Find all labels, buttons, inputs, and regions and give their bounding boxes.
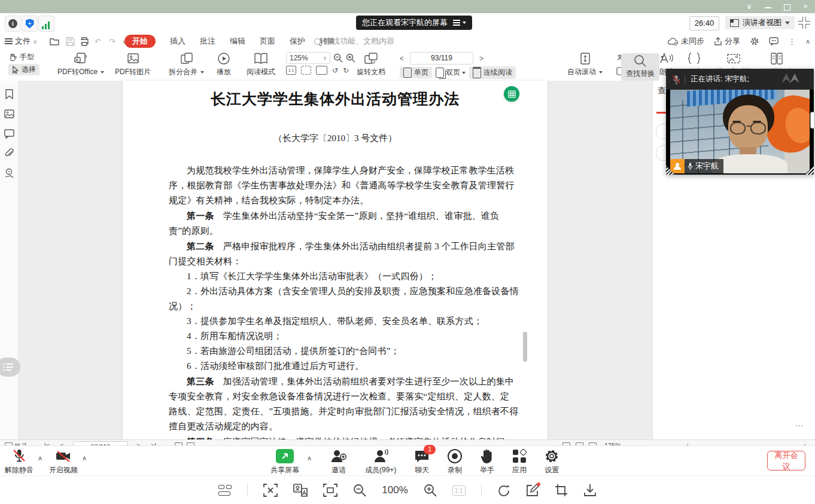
thumbnail-grid-icon[interactable] bbox=[218, 485, 232, 496]
fit-width-icon[interactable] bbox=[301, 66, 311, 75]
rotate-left-icon[interactable]: ↺ bbox=[332, 66, 338, 75]
fullscreen-icon[interactable] bbox=[323, 484, 337, 497]
read-mode-button[interactable]: 阅读模式 bbox=[247, 52, 275, 77]
start-video-button[interactable]: 开启视频 bbox=[49, 448, 78, 475]
maximize-icon[interactable] bbox=[784, 4, 790, 11]
sync-status[interactable]: 未同步 bbox=[668, 36, 704, 47]
auto-scroll-button[interactable]: 自动滚动 bbox=[567, 52, 603, 77]
unmute-button[interactable]: 解除静音 bbox=[5, 448, 34, 475]
pdf-to-image-button[interactable]: PDF转图片 bbox=[115, 52, 151, 77]
zoom-out-icon[interactable] bbox=[333, 53, 343, 63]
zoom-in-icon[interactable] bbox=[424, 484, 437, 497]
tab-编辑[interactable]: 编辑 bbox=[230, 36, 245, 47]
table-assistant-fab[interactable] bbox=[504, 86, 519, 102]
continuous-button[interactable]: 连续阅读 bbox=[469, 66, 516, 79]
split-merge-button[interactable]: 拆分合并 bbox=[169, 52, 204, 77]
hand-tool[interactable]: 手型 bbox=[8, 52, 34, 62]
comment-button[interactable] bbox=[769, 37, 778, 45]
close-icon[interactable]: × bbox=[799, 2, 811, 11]
prev-page-icon[interactable]: < bbox=[400, 54, 404, 63]
settings-button[interactable]: 设置 bbox=[545, 448, 559, 475]
document-line: 门提交相关材料： bbox=[169, 254, 501, 269]
menu-icon bbox=[5, 41, 13, 42]
network-stats-button[interactable] bbox=[38, 16, 54, 32]
download-icon[interactable] bbox=[583, 484, 597, 497]
rotate-icon[interactable] bbox=[497, 484, 510, 497]
panel-more-dots[interactable]: ⋯ bbox=[795, 420, 805, 431]
fit-page-icon[interactable] bbox=[316, 66, 327, 75]
security-button[interactable] bbox=[22, 16, 38, 32]
watching-banner[interactable]: 您正在观看宋宇航的屏幕 bbox=[356, 16, 472, 30]
share-button[interactable]: 分享 bbox=[714, 36, 740, 47]
pdf-page[interactable]: 长江大学学生集体外出活动管理办法 （长大学字〔2010〕3 号文件） 为规范我校… bbox=[123, 81, 548, 439]
more-menu-icon[interactable]: ⋮ bbox=[788, 37, 796, 46]
play-button[interactable]: 播放 bbox=[217, 52, 231, 77]
image-icon[interactable] bbox=[4, 109, 14, 119]
toc-float-button[interactable] bbox=[0, 358, 20, 377]
zoom-in-icon[interactable] bbox=[346, 53, 355, 63]
file-menu[interactable]: 文件 ∨ bbox=[5, 33, 37, 50]
tab-页面[interactable]: 页面 bbox=[260, 36, 275, 47]
pdf-to-office-button[interactable]: PDF转Office bbox=[57, 52, 104, 77]
settings-button[interactable] bbox=[750, 36, 759, 46]
actual-size-icon[interactable]: 1:1 bbox=[286, 66, 296, 75]
minimize-icon[interactable] bbox=[765, 7, 771, 8]
raise-hand-button[interactable]: 举手 bbox=[480, 448, 494, 475]
share-options-chevron[interactable]: ∧ bbox=[306, 448, 312, 475]
document-line: 序，根据教育部《学生伤害事故处理办法》和《普通高等学校学生安全教育及管理暂行 bbox=[169, 178, 501, 193]
collapse-ribbon-icon[interactable]: ∧ bbox=[805, 38, 810, 45]
invite-button[interactable]: 邀请 bbox=[330, 448, 347, 475]
members-button[interactable]: 成员(99+) bbox=[365, 448, 396, 475]
crop-icon[interactable] bbox=[555, 484, 568, 497]
attachment-icon[interactable] bbox=[4, 148, 14, 158]
chat-button[interactable]: 1 聊天 bbox=[414, 448, 430, 475]
double-page-button[interactable]: 双页 bbox=[436, 68, 466, 78]
record-button[interactable]: 录制 bbox=[448, 448, 462, 475]
speaker-video-panel[interactable]: 正在讲话: 宋宇航; bbox=[666, 69, 814, 175]
fullscreen-toggle-icon[interactable] bbox=[798, 17, 810, 29]
zoom-select[interactable]: 125%∨ bbox=[286, 52, 330, 64]
open-button[interactable] bbox=[49, 33, 60, 50]
banner-menu-icon[interactable] bbox=[453, 22, 460, 23]
book-icon bbox=[253, 52, 269, 65]
rotate-right-icon[interactable]: ↻ bbox=[343, 66, 349, 75]
panel-collapse-handle[interactable] bbox=[810, 112, 815, 129]
single-page-button[interactable]: 单页 bbox=[400, 67, 432, 78]
tab-保护[interactable]: 保护 bbox=[290, 36, 305, 47]
translate-icon[interactable] bbox=[293, 484, 308, 497]
v-scrollbar-thumb[interactable] bbox=[523, 332, 527, 362]
search-functions[interactable]: 查找功能、文档内容 bbox=[314, 33, 394, 50]
stamp-icon[interactable] bbox=[4, 168, 14, 178]
info-button[interactable]: i bbox=[5, 16, 21, 32]
edit-button[interactable] bbox=[526, 484, 539, 497]
view-mode-select[interactable]: 演讲者视图 bbox=[725, 16, 795, 29]
zoom-out-icon[interactable] bbox=[353, 484, 366, 497]
tab-插入[interactable]: 插入 bbox=[170, 36, 185, 47]
tab-开始[interactable]: 开始 bbox=[124, 35, 156, 48]
mic-muted-icon bbox=[11, 448, 27, 464]
bookmark-icon[interactable] bbox=[4, 89, 14, 99]
comment-icon[interactable] bbox=[4, 129, 14, 139]
double-page-label: 双页 bbox=[446, 68, 460, 78]
video-options-chevron[interactable]: ∧ bbox=[80, 448, 89, 462]
share-screen-button[interactable]: 共享屏幕 bbox=[270, 448, 299, 475]
document-line: 况）； bbox=[169, 299, 501, 314]
settings-gear-icon bbox=[545, 449, 559, 463]
record-label: 录制 bbox=[448, 465, 462, 475]
select-tool[interactable]: 选择 bbox=[8, 64, 39, 75]
next-page-icon[interactable]: > bbox=[479, 54, 483, 63]
view-mode-label: 演讲者视图 bbox=[743, 17, 781, 28]
rotate-doc-button[interactable]: 旋转文档 bbox=[357, 52, 385, 77]
unmute-label: 解除静音 bbox=[5, 465, 34, 475]
mic-options-chevron[interactable]: ∧ bbox=[36, 448, 44, 462]
presenter-view-icon bbox=[730, 19, 739, 27]
save-icon bbox=[65, 36, 75, 47]
ocr-extract-icon[interactable] bbox=[263, 484, 278, 497]
find-replace-button[interactable]: 查找替换 bbox=[621, 53, 659, 81]
leave-meeting-button[interactable]: 离开会议 bbox=[767, 451, 805, 471]
apps-button[interactable]: 应用 bbox=[512, 448, 527, 475]
tab-批注[interactable]: 批注 bbox=[200, 36, 215, 47]
page-indicator[interactable]: 93/119 bbox=[410, 52, 473, 65]
print-button[interactable] bbox=[79, 33, 90, 50]
collapse-icon[interactable]: ∨ bbox=[743, 2, 755, 11]
